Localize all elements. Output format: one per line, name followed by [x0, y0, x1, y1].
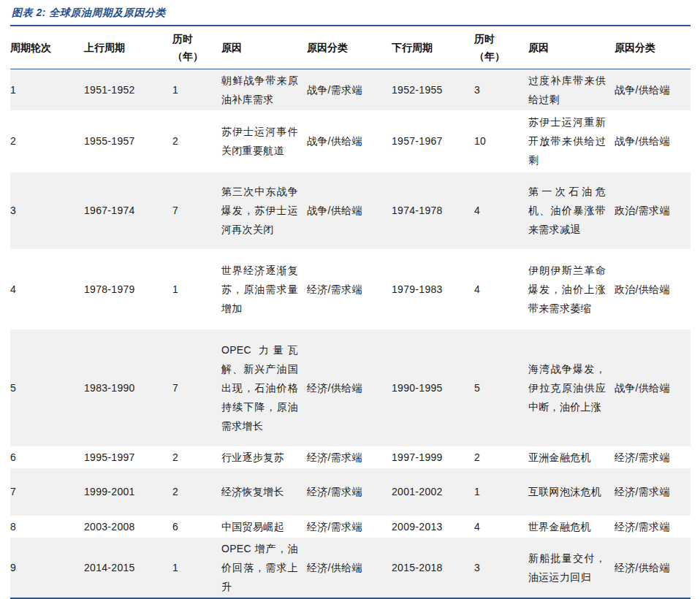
col-header-down-reason: 原因 — [528, 26, 615, 69]
cell-up-duration: 7 — [172, 172, 221, 249]
cell-cycle-index: 5 — [10, 329, 84, 446]
cell-down-duration: 4 — [474, 516, 528, 538]
cell-up-period: 2014-2015 — [84, 538, 172, 598]
cell-down-period: 1979-1983 — [392, 249, 474, 329]
cell-down-reason: 苏伊士运河重新开放带来供给过剩 — [528, 110, 615, 172]
cell-down-category: 政治/供给端 — [615, 249, 691, 329]
cell-down-duration: 3 — [474, 69, 528, 110]
col-header-up-period: 上行周期 — [84, 26, 172, 69]
cell-down-category: 经济/供给端 — [615, 538, 691, 598]
col-header-up-category: 原因分类 — [307, 26, 392, 69]
cell-down-period: 2001-2002 — [392, 468, 474, 516]
cell-cycle-index: 4 — [10, 249, 84, 329]
cell-down-period: 1974-1978 — [392, 172, 474, 249]
table-row: 5 1983-1990 7 OPEC 力量瓦解、新兴产油国出现，石油价格持续下降… — [10, 329, 691, 446]
cell-down-period: 1990-1995 — [392, 329, 474, 446]
cell-down-reason: 亚洲金融危机 — [528, 446, 615, 468]
col-header-down-category: 原因分类 — [615, 26, 691, 69]
cell-down-duration: 5 — [474, 329, 528, 446]
table-row: 1 1951-1952 1 朝鲜战争带来原油补库需求 战争/需求端 1952-1… — [10, 69, 691, 110]
cell-up-reason: 苏伊士运河事件关闭重要航道 — [221, 110, 307, 172]
cell-down-reason: 过度补库带来供给过剩 — [528, 69, 615, 110]
cell-cycle-index: 9 — [10, 538, 84, 598]
cell-cycle-index: 8 — [10, 516, 84, 538]
col-header-down-period: 下行周期 — [392, 26, 474, 69]
cell-up-category: 经济/需求端 — [307, 249, 392, 329]
cell-up-period: 1983-1990 — [84, 329, 172, 446]
cell-down-reason: 新船批量交付，油运运力回归 — [528, 538, 615, 598]
cell-up-period: 1967-1974 — [84, 172, 172, 249]
table-body: 1 1951-1952 1 朝鲜战争带来原油补库需求 战争/需求端 1952-1… — [10, 69, 691, 598]
cell-up-category: 经济/需求端 — [307, 516, 392, 538]
cell-down-reason: 第一次石油危机、油价暴涨带来需求减退 — [528, 172, 615, 249]
cell-up-category: 战争/供给端 — [307, 172, 392, 249]
oil-cycle-table: 周期轮次 上行周期 历时 （年） 原因 原因分类 下行周期 历时 （年） 原因 … — [10, 25, 691, 599]
cell-up-category: 战争/供给端 — [307, 110, 392, 172]
cell-down-reason: 世界金融危机 — [528, 516, 615, 538]
cell-up-period: 1999-2001 — [84, 468, 172, 516]
cell-up-category: 经济/需求端 — [307, 446, 392, 468]
table-row: 8 2003-2008 6 中国贸易崛起 经济/需求端 2009-2013 4 … — [10, 516, 691, 538]
cell-down-category: 经济/需求端 — [615, 516, 691, 538]
cell-up-reason: OPEC 增产，油价回落，需求上升 — [221, 538, 307, 598]
cell-cycle-index: 7 — [10, 468, 84, 516]
col-header-up-duration: 历时 （年） — [172, 26, 221, 69]
table-header: 周期轮次 上行周期 历时 （年） 原因 原因分类 下行周期 历时 （年） 原因 … — [10, 26, 691, 69]
cell-up-reason: 经济恢复增长 — [221, 468, 307, 516]
cell-up-category: 战争/需求端 — [307, 69, 392, 110]
cell-up-reason: 中国贸易崛起 — [221, 516, 307, 538]
table-row: 2 1955-1957 2 苏伊士运河事件关闭重要航道 战争/供给端 1957-… — [10, 110, 691, 172]
table-row: 9 2014-2015 1 OPEC 增产，油价回落，需求上升 经济/供给端 2… — [10, 538, 691, 598]
cell-down-period: 1997-1999 — [392, 446, 474, 468]
cell-down-reason: 互联网泡沫危机 — [528, 468, 615, 516]
cell-cycle-index: 3 — [10, 172, 84, 249]
table-row: 7 1999-2001 2 经济恢复增长 经济/需求端 2001-2002 1 … — [10, 468, 691, 516]
figure-title: 图表 2: 全球原油周期及原因分类 — [12, 7, 691, 20]
cell-up-period: 2003-2008 — [84, 516, 172, 538]
col-header-up-reason: 原因 — [221, 26, 307, 69]
cell-up-duration: 2 — [172, 468, 221, 516]
cell-down-period: 1957-1967 — [392, 110, 474, 172]
cell-down-category: 战争/供给端 — [615, 110, 691, 172]
cell-up-duration: 2 — [172, 446, 221, 468]
cell-up-category: 经济/供给端 — [307, 538, 392, 598]
cell-up-reason: OPEC 力量瓦解、新兴产油国出现，石油价格持续下降，原油需求增长 — [221, 329, 307, 446]
cell-down-reason: 伊朗伊斯兰革命爆发，油价上涨带来需求萎缩 — [528, 249, 615, 329]
table-row: 6 1995-1997 2 行业逐步复苏 经济/需求端 1997-1999 2 … — [10, 446, 691, 468]
cell-up-period: 1951-1952 — [84, 69, 172, 110]
cell-up-period: 1955-1957 — [84, 110, 172, 172]
cell-down-category: 战争/供给端 — [615, 69, 691, 110]
cell-cycle-index: 1 — [10, 69, 84, 110]
cell-down-period: 2015-2018 — [392, 538, 474, 598]
cell-up-reason: 世界经济逐渐复苏，原油需求量增加 — [221, 249, 307, 329]
cell-up-duration: 2 — [172, 110, 221, 172]
cell-up-category: 经济/供给端 — [307, 329, 392, 446]
cell-up-duration: 6 — [172, 516, 221, 538]
cell-down-duration: 2 — [474, 446, 528, 468]
col-header-cycle-index: 周期轮次 — [10, 26, 84, 69]
cell-cycle-index: 2 — [10, 110, 84, 172]
cell-down-duration: 4 — [474, 172, 528, 249]
cell-up-period: 1995-1997 — [84, 446, 172, 468]
col-header-down-duration: 历时 （年） — [474, 26, 528, 69]
cell-up-duration: 1 — [172, 69, 221, 110]
cell-down-period: 2009-2013 — [392, 516, 474, 538]
cell-down-duration: 1 — [474, 468, 528, 516]
cell-down-category: 经济/需求端 — [615, 468, 691, 516]
cell-up-reason: 行业逐步复苏 — [221, 446, 307, 468]
cell-down-category: 经济/需求端 — [615, 446, 691, 468]
cell-down-duration: 10 — [474, 110, 528, 172]
cell-up-duration: 7 — [172, 329, 221, 446]
cell-down-duration: 3 — [474, 538, 528, 598]
cell-up-reason: 第三次中东战争爆发，苏伊士运河再次关闭 — [221, 172, 307, 249]
report-page: 图表 2: 全球原油周期及原因分类 周期轮次 上行周期 历时 （年） 原因 原因… — [0, 0, 700, 599]
cell-down-category: 政治/需求端 — [615, 172, 691, 249]
cell-up-duration: 1 — [172, 249, 221, 329]
cell-down-period: 1952-1955 — [392, 69, 474, 110]
cell-up-category: 经济/需求端 — [307, 468, 392, 516]
header-row: 周期轮次 上行周期 历时 （年） 原因 原因分类 下行周期 历时 （年） 原因 … — [10, 26, 691, 69]
cell-down-duration: 4 — [474, 249, 528, 329]
cell-down-reason: 海湾战争爆发，伊拉克原油供应中断，油价上涨 — [528, 329, 615, 446]
cell-up-duration: 1 — [172, 538, 221, 598]
cell-down-category: 战争/供给端 — [615, 329, 691, 446]
